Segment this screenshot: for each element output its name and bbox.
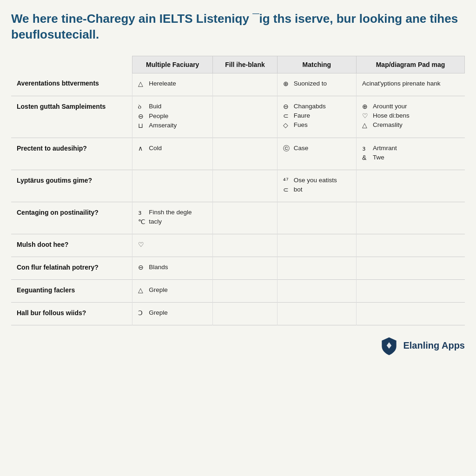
cell-multiple: ɜFinsh the degle℃tacly	[132, 202, 213, 234]
cell-fill	[213, 302, 277, 325]
cell-matching: ⁴⁷Ose you eatists⊂bot	[277, 170, 356, 202]
item-text: Ose you eatists	[294, 177, 337, 184]
cell-fill	[213, 257, 277, 279]
table-row: Mulsh doot hee?♡	[11, 234, 465, 257]
item-icon: ⊂	[283, 112, 291, 119]
cell-item: ◇Fues	[283, 121, 350, 129]
cell-item: ↃGreple	[138, 309, 207, 317]
item-text: Greple	[149, 309, 168, 316]
item-icon: ⊔	[138, 122, 146, 129]
cell-multiple: ⊖Blands	[132, 257, 213, 279]
item-text: Arountt your	[373, 103, 407, 110]
cell-map: ⊕Arountt your♡Hose di:bens△Cremaslity	[356, 96, 464, 138]
cell-map: Acinat'yptions pirenate hank	[356, 73, 464, 96]
item-text: Buid	[149, 103, 161, 110]
item-text: Faure	[294, 112, 310, 119]
cell-fill	[213, 202, 277, 234]
cell-item: ⊖Blands	[138, 264, 207, 271]
cell-fill	[213, 234, 277, 257]
table-wrapper: Multiple Faciuary Fill ihe-blank Matchin…	[11, 56, 465, 325]
row-label: Eeguanting faclers	[11, 279, 132, 302]
cell-matching: ⓒCase	[277, 138, 356, 170]
row-label: Mulsh doot hee?	[11, 234, 132, 257]
cell-item: ⊂bot	[283, 186, 350, 193]
cell-map: ɜArtmrant&Twe	[356, 138, 464, 170]
cell-item: ⊖Changabds	[283, 103, 350, 110]
item-icon: ⁴⁷	[283, 177, 291, 184]
cell-item: ⊔Amseraity	[138, 122, 207, 129]
cell-map	[356, 234, 464, 257]
brand-logo: Elanling Apps	[380, 337, 465, 355]
item-text: Finsh the degle	[149, 209, 192, 216]
cell-fill	[213, 138, 277, 170]
item-icon: ⊖	[138, 264, 146, 271]
cell-item: ⊕Suonized to	[283, 80, 350, 87]
item-text: Cold	[149, 145, 162, 152]
cell-item: △Greple	[138, 286, 207, 294]
row-label: Lyptärus goutims gime?	[11, 170, 132, 202]
item-text: Amseraity	[149, 122, 177, 129]
cell-item: △Cremaslity	[362, 121, 459, 129]
table-row: Lyptärus goutims gime?⁴⁷Ose you eatists⊂…	[11, 170, 465, 202]
cell-item: &Twe	[362, 154, 459, 161]
item-icon: ⓒ	[283, 145, 291, 153]
cell-item: ⓒCase	[283, 145, 350, 153]
item-icon: △	[362, 121, 370, 129]
item-text: Acinat'yptions pirenate hank	[362, 80, 440, 87]
cell-item: ɜArtmrant	[362, 145, 459, 152]
cell-multiple	[132, 170, 213, 202]
cell-matching	[277, 202, 356, 234]
item-text: tacly	[149, 218, 162, 225]
item-icon: ∧	[138, 145, 146, 152]
row-label: Con flur felatinah potrery?	[11, 257, 132, 279]
item-icon: ɜ	[138, 209, 146, 216]
page-container: We here tine-Charegy ain IELTS Listeniqy…	[11, 11, 465, 355]
item-icon: ⊕	[283, 80, 291, 87]
cell-multiple: △Greple	[132, 279, 213, 302]
cell-map	[356, 202, 464, 234]
cell-item: Acinat'yptions pirenate hank	[362, 80, 459, 87]
col-header-fill: Fill ihe-blank	[213, 56, 277, 73]
cell-item: ℃tacly	[138, 218, 207, 225]
brand-name: Elanling Apps	[403, 340, 465, 351]
cell-map	[356, 257, 464, 279]
cell-matching: ⊕Suonized to	[277, 73, 356, 96]
item-icon: ⊖	[283, 103, 291, 110]
cell-fill	[213, 170, 277, 202]
cell-matching: ⊖Changabds⊂Faure◇Fues	[277, 96, 356, 138]
cell-multiple: △Hereleate	[132, 73, 213, 96]
item-text: Fues	[294, 121, 308, 128]
item-icon: ⊂	[283, 186, 291, 193]
row-label: Losten guttah Sampleiments	[11, 96, 132, 138]
cell-map	[356, 302, 464, 325]
cell-matching	[277, 302, 356, 325]
cell-fill	[213, 73, 277, 96]
cell-item: ♡Hose di:bens	[362, 112, 459, 119]
item-text: People	[149, 112, 168, 119]
table-row: Hall bur follous wiids?ↃGreple	[11, 302, 465, 325]
item-icon: ♡	[362, 112, 370, 119]
cell-multiple: ∧Cold	[132, 138, 213, 170]
cell-item: ⊂Faure	[283, 112, 350, 119]
item-text: Hereleate	[149, 80, 176, 87]
item-text: Suonized to	[294, 80, 327, 87]
item-icon: △	[138, 286, 146, 294]
col-header-matching: Matching	[277, 56, 356, 73]
item-text: Cremaslity	[373, 121, 403, 128]
item-text: Greple	[149, 286, 168, 293]
col-header-map: Map/diagram Pad mag	[356, 56, 464, 73]
cell-multiple: ꝺBuid⊖People⊔Amseraity	[132, 96, 213, 138]
row-label: Hall bur follous wiids?	[11, 302, 132, 325]
item-icon: ꝺ	[138, 103, 146, 111]
row-label: Averentations bttverments	[11, 73, 132, 96]
item-icon: &	[362, 154, 370, 161]
item-icon: ⊖	[138, 112, 146, 120]
cell-item: △Hereleate	[138, 80, 207, 87]
table-header-row: Multiple Faciuary Fill ihe-blank Matchin…	[11, 56, 465, 73]
cell-item: ♡	[138, 241, 207, 248]
item-text: Blands	[149, 264, 168, 271]
cell-fill	[213, 96, 277, 138]
table-row: Averentations bttverments△Hereleate⊕Suon…	[11, 73, 465, 96]
cell-item: ꝺBuid	[138, 103, 207, 111]
table-row: Eeguanting faclers△Greple	[11, 279, 465, 302]
